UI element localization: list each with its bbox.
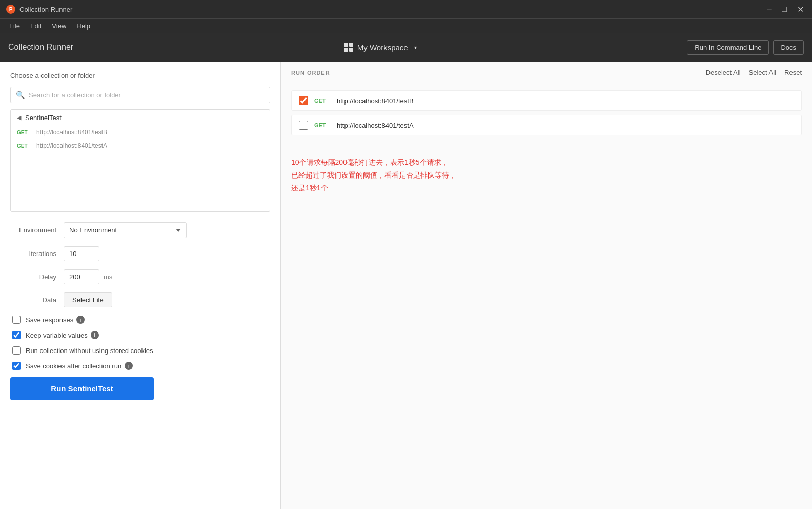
title-bar: P Collection Runner − □ ✕ [0, 0, 812, 18]
svg-text:P: P [9, 7, 13, 12]
entry-row-0[interactable]: GET http://localhost:8401/testB [11, 126, 270, 139]
run-row-1-checkbox[interactable] [299, 121, 308, 130]
left-panel: Choose a collection or folder 🔍 ◀ Sentin… [0, 62, 281, 509]
ms-label: ms [104, 273, 112, 281]
run-row-0-method: GET [314, 97, 331, 104]
run-order-actions: Deselect All Select All Reset [706, 69, 802, 76]
save-cookies-info-icon[interactable]: i [125, 362, 133, 370]
collection-entries: GET http://localhost:8401/testB GET http… [11, 126, 270, 152]
data-label: Data [10, 296, 56, 304]
workspace-selector[interactable]: My Workspace ▾ [344, 43, 417, 52]
iterations-input[interactable] [64, 246, 99, 261]
run-row-1-method: GET [314, 122, 331, 128]
delay-label: Delay [10, 273, 56, 281]
docs-button[interactable]: Docs [773, 40, 804, 55]
save-cookies-row: Save cookies after collection run i [12, 362, 270, 370]
search-input[interactable] [29, 91, 265, 99]
keep-variable-row: Keep variable values i [12, 331, 270, 339]
menu-bar: File Edit View Help [0, 18, 812, 33]
run-button[interactable]: Run SentinelTest [10, 377, 154, 400]
method-badge-1: GET [17, 143, 31, 149]
delay-input-group: ms [64, 269, 112, 284]
collection-item-sentineltest[interactable]: ◀ SentinelTest [11, 110, 270, 126]
delay-row: Delay ms [10, 269, 270, 284]
run-order-header: RUN ORDER Deselect All Select All Reset [281, 62, 812, 84]
save-responses-checkbox[interactable] [12, 316, 21, 324]
menu-help[interactable]: Help [71, 20, 95, 32]
keep-variable-label: Keep variable values [26, 331, 88, 339]
select-file-button[interactable]: Select File [64, 292, 112, 307]
select-all-button[interactable]: Select All [749, 69, 776, 76]
run-order-list: GET http://localhost:8401/testB GET http… [281, 84, 812, 146]
environment-select[interactable]: No Environment [64, 222, 187, 238]
menu-file[interactable]: File [4, 20, 25, 32]
right-panel: RUN ORDER Deselect All Select All Reset … [281, 62, 812, 509]
run-row-1-url: http://localhost:8401/testA [337, 122, 414, 129]
window-controls: − □ ✕ [765, 5, 806, 14]
method-badge-0: GET [17, 130, 31, 135]
collection-name: SentinelTest [25, 114, 62, 122]
iterations-row: Iterations [10, 246, 270, 261]
entry-row-1[interactable]: GET http://localhost:8401/testA [11, 139, 270, 152]
title-bar-text: Collection Runner [19, 6, 765, 13]
no-stored-cookies-row: Run collection without using stored cook… [12, 346, 270, 355]
no-stored-cookies-label: Run collection without using stored cook… [26, 347, 153, 355]
keep-variable-info-icon[interactable]: i [91, 331, 99, 339]
environment-row: Environment No Environment [10, 222, 270, 238]
no-stored-cookies-checkbox[interactable] [12, 346, 21, 355]
run-row-0: GET http://localhost:8401/testB [291, 90, 802, 111]
run-row-0-checkbox[interactable] [299, 96, 308, 105]
search-icon: 🔍 [16, 91, 25, 99]
annotation-text: 10个请求每隔200毫秒打进去，表示1秒5个请求，已经超过了我们设置的阈值，看看… [281, 146, 812, 205]
collection-list: ◀ SentinelTest GET http://localhost:8401… [10, 109, 270, 212]
choose-label: Choose a collection or folder [10, 72, 270, 80]
workspace-grid-icon [344, 43, 353, 52]
close-button[interactable]: ✕ [795, 5, 806, 14]
menu-edit[interactable]: Edit [25, 20, 47, 32]
save-responses-info-icon[interactable]: i [76, 316, 85, 324]
entry-url-1: http://localhost:8401/testA [36, 142, 107, 149]
save-responses-row: Save responses i [12, 316, 270, 324]
environment-label: Environment [10, 226, 56, 234]
reset-button[interactable]: Reset [784, 69, 802, 76]
iterations-label: Iterations [10, 250, 56, 258]
deselect-all-button[interactable]: Deselect All [706, 69, 741, 76]
save-cookies-label: Save cookies after collection run [26, 362, 121, 370]
header-actions: Run In Command Line Docs [687, 40, 804, 55]
command-line-button[interactable]: Run In Command Line [687, 40, 769, 55]
delay-input[interactable] [64, 269, 99, 284]
menu-view[interactable]: View [47, 20, 71, 32]
run-row-1: GET http://localhost:8401/testA [291, 115, 802, 135]
main-layout: Choose a collection or folder 🔍 ◀ Sentin… [0, 62, 812, 509]
app-header: Collection Runner My Workspace ▾ Run In … [0, 33, 812, 62]
save-responses-label: Save responses [26, 316, 73, 324]
maximize-button[interactable]: □ [780, 5, 789, 14]
app-icon: P [6, 5, 15, 14]
keep-variable-checkbox[interactable] [12, 331, 21, 339]
workspace-name: My Workspace [357, 43, 408, 52]
minimize-button[interactable]: − [765, 5, 774, 14]
run-order-title: RUN ORDER [291, 70, 330, 76]
app-title: Collection Runner [8, 43, 73, 52]
collection-arrow-icon: ◀ [17, 114, 21, 121]
search-box: 🔍 [10, 87, 270, 103]
workspace-chevron: ▾ [414, 45, 417, 50]
entry-url-0: http://localhost:8401/testB [36, 129, 107, 136]
data-row: Data Select File [10, 292, 270, 307]
run-row-0-url: http://localhost:8401/testB [337, 97, 414, 105]
save-cookies-checkbox[interactable] [12, 362, 21, 370]
